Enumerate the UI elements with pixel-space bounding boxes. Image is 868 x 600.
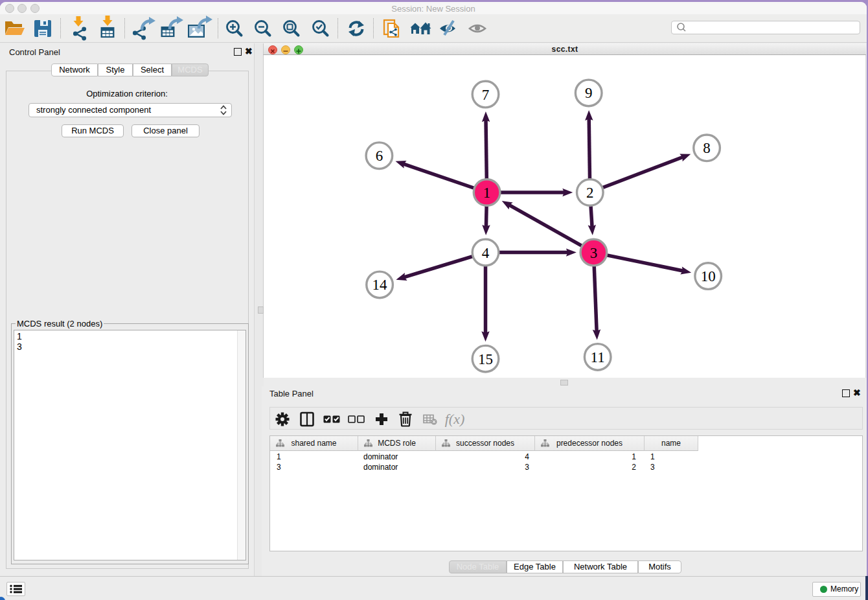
svg-text:4: 4 xyxy=(482,245,490,261)
svg-text:6: 6 xyxy=(376,148,383,164)
svg-text:2: 2 xyxy=(586,185,594,201)
svg-text:3: 3 xyxy=(590,245,598,261)
svg-text:11: 11 xyxy=(591,349,605,365)
svg-text:7: 7 xyxy=(482,87,490,103)
svg-text:15: 15 xyxy=(478,351,493,367)
svg-text:1: 1 xyxy=(483,185,491,201)
svg-text:14: 14 xyxy=(372,277,388,293)
svg-text:f(x): f(x) xyxy=(445,411,465,427)
svg-text:8: 8 xyxy=(703,140,711,156)
svg-text:10: 10 xyxy=(701,268,716,284)
svg-text:9: 9 xyxy=(585,85,593,101)
